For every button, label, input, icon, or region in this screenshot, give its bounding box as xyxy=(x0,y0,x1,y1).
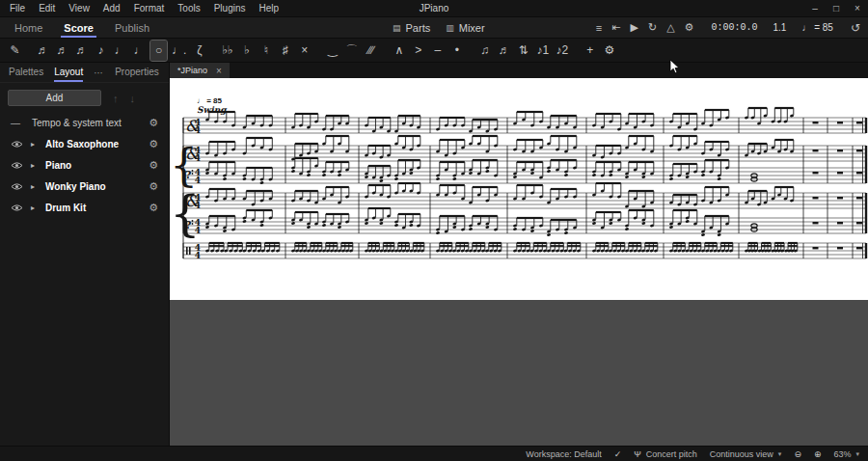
undo-icon[interactable]: ↺ xyxy=(851,21,860,35)
instrument-settings-gear-icon[interactable]: ⚙ xyxy=(149,159,158,172)
tuning-fork-icon: Ψ xyxy=(634,449,641,459)
panel-tab-layout[interactable]: Layout xyxy=(54,63,83,82)
instrument-row-wonky-piano[interactable]: ▸Wonky Piano⚙ xyxy=(0,176,169,197)
mixer-button[interactable]: ▥ Mixer xyxy=(446,22,484,34)
system-text-label: Tempo & system text xyxy=(32,118,140,128)
note-whole-icon[interactable]: ○ xyxy=(150,41,167,61)
tempo-system-text-row[interactable]: — Tempo & system text ⚙ xyxy=(0,112,169,133)
rewind-icon[interactable]: ⇤ xyxy=(611,21,620,34)
voice-1-icon[interactable]: ♪1 xyxy=(534,41,551,61)
instrument-row-piano[interactable]: ▸Piano⚙ xyxy=(0,154,169,176)
zoom-in-icon[interactable]: ⊕ xyxy=(814,449,822,459)
move-up-icon[interactable]: ↑ xyxy=(113,93,119,104)
expand-chevron-icon[interactable]: ▸ xyxy=(31,161,39,170)
flip-direction-icon[interactable]: ⇅ xyxy=(515,41,531,61)
note-8th-icon[interactable]: ♪ xyxy=(93,41,109,61)
natural-icon[interactable]: ♮ xyxy=(258,41,274,61)
add-palette-icon[interactable]: + xyxy=(582,41,598,61)
parts-button[interactable]: ▤ Parts xyxy=(393,22,430,34)
score-notation[interactable]: {{&44&44?44&44?4444♩ = 85Swing xyxy=(170,78,868,300)
tab-close-icon[interactable]: × xyxy=(216,66,222,76)
score-tempo-text: ♩ = 85 xyxy=(197,96,223,105)
note-64th-icon[interactable]: ♬ xyxy=(35,41,51,61)
rest-icon[interactable]: ζ xyxy=(191,41,207,61)
menu-item-edit[interactable]: Edit xyxy=(32,0,62,16)
mouse-cursor xyxy=(669,60,681,75)
nav-tab-score[interactable]: Score xyxy=(53,17,104,38)
instrument-settings-gear-icon[interactable]: ⚙ xyxy=(149,202,158,214)
instrument-settings-gear-icon[interactable]: ⚙ xyxy=(149,180,158,193)
menu-item-add[interactable]: Add xyxy=(96,0,127,16)
menu-item-format[interactable]: Format xyxy=(127,0,172,16)
visibility-eye-icon[interactable] xyxy=(11,161,24,170)
slur-icon[interactable]: ⌒ xyxy=(343,41,360,61)
instrument-row-drum-kit[interactable]: ▸Drum Kit⚙ xyxy=(0,197,169,218)
menu-item-view[interactable]: View xyxy=(62,0,96,16)
menu-item-plugins[interactable]: Plugins xyxy=(207,0,253,16)
maximize-button[interactable]: □ xyxy=(826,0,847,16)
instrument-label: Piano xyxy=(45,160,142,171)
tie-icon[interactable]: ‿ xyxy=(324,41,340,61)
note-32nd-icon[interactable]: ♬ xyxy=(54,41,70,61)
instrument-row-alto-saxophone[interactable]: ▸Alto Saxophone⚙ xyxy=(0,133,169,154)
augmentation-dot-icon[interactable]: ♩. xyxy=(170,41,188,61)
minimize-button[interactable]: – xyxy=(804,0,826,16)
menu-item-file[interactable]: File xyxy=(3,0,32,16)
playback-settings-gear-icon[interactable]: ⚙ xyxy=(685,21,694,34)
expand-chevron-icon[interactable]: ▸ xyxy=(31,140,39,149)
beam-16th-icon[interactable]: ♬ xyxy=(496,41,512,61)
voice-2-icon[interactable]: ♪2 xyxy=(554,41,570,61)
accent-icon[interactable]: > xyxy=(410,41,426,61)
panel-tab-properties[interactable]: Properties xyxy=(115,63,159,82)
concert-pitch-toggle[interactable]: Ψ Concert pitch xyxy=(634,449,697,459)
check-icon: ✓ xyxy=(614,449,622,459)
menu-item-help[interactable]: Help xyxy=(253,0,286,16)
zoom-out-icon[interactable]: ⊖ xyxy=(794,449,801,459)
add-button[interactable]: Add xyxy=(8,90,101,106)
staccato-icon[interactable]: • xyxy=(448,41,465,61)
customize-toolbar-gear-icon[interactable]: ⚙ xyxy=(601,41,617,61)
score-canvas[interactable]: {{&44&44?44&44?4444♩ = 85Swing xyxy=(170,78,868,446)
playback-queue-icon[interactable]: ≡ xyxy=(596,22,602,34)
workspace-selector[interactable]: Workspace: Default xyxy=(526,449,601,459)
visibility-eye-icon[interactable] xyxy=(11,140,24,149)
close-button[interactable]: × xyxy=(847,0,868,16)
move-down-icon[interactable]: ↓ xyxy=(130,93,136,104)
svg-text:?: ? xyxy=(185,169,191,181)
document-tab[interactable]: *JPiano × xyxy=(170,63,230,78)
double-flat-icon[interactable]: ♭♭ xyxy=(219,41,235,61)
visibility-eye-icon[interactable] xyxy=(11,182,24,191)
view-mode-selector[interactable]: Continuous view ▾ xyxy=(710,449,782,459)
double-sharp-icon[interactable]: × xyxy=(296,41,312,61)
visibility-eye-icon[interactable] xyxy=(11,203,24,212)
loop-playback-icon[interactable]: ↻ xyxy=(648,21,657,34)
metronome-icon[interactable]: △ xyxy=(666,21,674,34)
flat-icon[interactable]: ♭ xyxy=(238,41,255,61)
score-page[interactable]: {{&44&44?44&44?4444♩ = 85Swing xyxy=(170,78,868,300)
expand-chevron-icon[interactable]: ▸ xyxy=(31,182,39,191)
tenuto-icon[interactable]: – xyxy=(429,41,446,61)
system-text-gear-icon[interactable]: ⚙ xyxy=(149,117,158,129)
nav-tab-home[interactable]: Home xyxy=(4,17,53,38)
note-input-icon[interactable]: ✎ xyxy=(7,41,23,61)
panel-tab-palettes[interactable]: Palettes xyxy=(9,63,43,82)
beam-8th-icon[interactable]: ♫ xyxy=(476,41,493,61)
status-bar: Workspace: Default ✓ Ψ Concert pitch Con… xyxy=(0,446,868,461)
svg-text:4: 4 xyxy=(195,125,201,135)
menu-item-tools[interactable]: Tools xyxy=(171,0,206,16)
zoom-level-selector[interactable]: 63% ▾ xyxy=(833,449,859,459)
tempo-display[interactable]: ♩ = 85 xyxy=(801,22,833,33)
menu-bar: FileEditViewAddFormatToolsPluginsHelp JP… xyxy=(0,0,868,17)
expand-chevron-icon[interactable]: ▸ xyxy=(31,203,39,212)
note-16th-icon[interactable]: ♬ xyxy=(73,41,90,61)
sharp-icon[interactable]: ♯ xyxy=(277,41,293,61)
nav-tab-publish[interactable]: Publish xyxy=(104,17,160,38)
instrument-settings-gear-icon[interactable]: ⚙ xyxy=(149,138,158,150)
play-icon[interactable]: ▶ xyxy=(630,21,637,34)
note-half-icon[interactable]: ♩ xyxy=(131,41,148,61)
playback-time-display[interactable]: 0:00:0.0 xyxy=(711,22,757,33)
more-options-icon[interactable]: ⋯ xyxy=(94,68,104,78)
note-quarter-icon[interactable]: ♩ xyxy=(112,41,128,61)
marcato-icon[interactable]: ∧ xyxy=(391,41,407,61)
tremolo-icon[interactable]: ∕∕∕ xyxy=(363,41,379,61)
